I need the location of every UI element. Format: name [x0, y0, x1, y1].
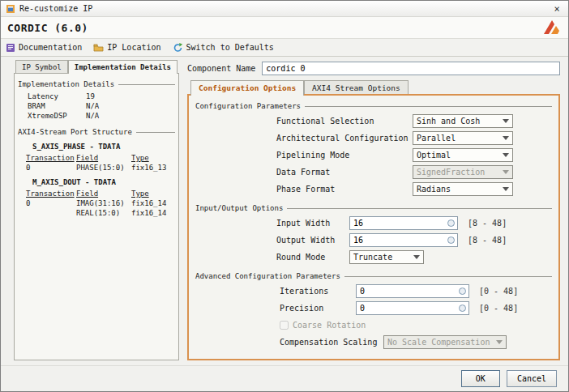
chevron-down-icon: [503, 119, 509, 123]
compensation-scaling-select: No Scale Compensation: [383, 335, 507, 349]
precision-field: [356, 301, 469, 315]
tab-implementation-details[interactable]: Implementation Details: [68, 60, 178, 74]
functional-selection-row: Functional Selection Sinh and Cosh: [276, 114, 552, 128]
phase-format-select[interactable]: Radians: [413, 182, 513, 196]
table-cell: REAL(15:0): [76, 209, 131, 217]
col-field: Field: [76, 190, 131, 198]
impl-row-xtremedsp: XtremeDSP N/A: [28, 112, 175, 120]
output-width-range: [8 - 48]: [468, 236, 507, 245]
coarse-rotation-label: Coarse Rotation: [293, 321, 366, 330]
compensation-scaling-row: Compensation Scaling No Scale Compensati…: [280, 335, 552, 349]
component-name-label: Component Name: [187, 64, 255, 73]
left-panel: IP Symbol Implementation Details Impleme…: [14, 60, 179, 360]
input-width-range: [8 - 48]: [468, 219, 507, 228]
port-title-m-axis-dout: M_AXIS_DOUT - TDATA: [32, 178, 175, 186]
input-width-row: Input Width [8 - 48]: [276, 216, 552, 230]
axi4-heading: AXI4-Stream Port Structure: [18, 128, 175, 136]
pipelining-mode-select[interactable]: Optimal: [413, 148, 513, 162]
col-transaction: Transaction: [26, 190, 76, 198]
input-width-field: [349, 216, 458, 230]
chevron-down-icon: [503, 170, 509, 174]
s-axis-phase-table: Transaction Field Type 0 PHASE(15:0) fix…: [26, 154, 175, 172]
cancel-button[interactable]: Cancel: [507, 370, 557, 387]
ip-location-button[interactable]: IP Location: [93, 43, 160, 53]
impl-row-bram: BRAM N/A: [28, 102, 175, 110]
output-width-row: Output Width [8 - 48]: [276, 233, 552, 247]
implementation-details-panel: Implementation Details Latency 19 BRAM N…: [14, 73, 179, 360]
left-tabs: IP Symbol Implementation Details: [14, 60, 179, 73]
recustomize-ip-dialog: Re-customize IP × CORDIC (6.0) Documenta…: [0, 0, 569, 392]
coarse-rotation-row: Coarse Rotation: [280, 321, 552, 330]
table-cell: 0: [26, 164, 76, 172]
documentation-book-icon: [6, 43, 15, 53]
table-cell: PHASE(15:0): [76, 164, 131, 172]
table-cell: fix16_14: [131, 199, 173, 207]
iterations-range: [0 - 48]: [479, 287, 518, 296]
coarse-rotation-checkbox[interactable]: [280, 321, 289, 330]
switch-to-defaults-button[interactable]: Switch to Defaults: [173, 42, 274, 53]
col-field: Field: [76, 154, 131, 162]
documentation-button[interactable]: Documentation: [6, 43, 82, 53]
tab-configuration-options[interactable]: Configuration Options: [190, 80, 304, 96]
switch-to-defaults-label: Switch to Defaults: [186, 43, 274, 52]
phase-format-row: Phase Format Radians: [276, 182, 552, 196]
documentation-label: Documentation: [19, 43, 82, 52]
right-panel: Component Name Configuration Options AXI…: [187, 60, 560, 360]
component-name-row: Component Name: [187, 60, 560, 76]
ip-location-label: IP Location: [107, 43, 160, 52]
round-mode-row: Round Mode Truncate: [276, 250, 552, 264]
right-tabs: Configuration Options AXI4 Stream Option…: [187, 80, 560, 94]
dialog-icon: [6, 4, 15, 14]
architectural-configuration-select[interactable]: Parallel: [413, 131, 513, 145]
functional-selection-select[interactable]: Sinh and Cosh: [413, 114, 513, 128]
configuration-parameters-section: Configuration Parameters Functional Sele…: [195, 102, 552, 196]
input-width-input[interactable]: [353, 219, 447, 228]
table-cell: IMAG(31:16): [76, 199, 131, 207]
output-width-input[interactable]: [353, 236, 447, 245]
component-name-input[interactable]: [262, 62, 560, 75]
refresh-arrows-icon: [173, 42, 183, 53]
close-icon[interactable]: ×: [550, 2, 563, 15]
io-options-section: Input/Output Options Input Width [8 - 48…: [195, 204, 552, 264]
dialog-body: IP Symbol Implementation Details Impleme…: [1, 57, 568, 365]
precision-input[interactable]: [359, 304, 459, 313]
table-cell: 0: [26, 199, 76, 207]
chevron-down-icon: [503, 153, 509, 157]
tab-ip-symbol[interactable]: IP Symbol: [15, 60, 68, 73]
ok-button[interactable]: OK: [461, 370, 500, 387]
iterations-row: Iterations [0 - 48]: [280, 284, 552, 298]
configuration-parameters-heading: Configuration Parameters: [195, 102, 552, 110]
col-transaction: Transaction: [26, 154, 76, 162]
impl-row-latency: Latency 19: [28, 92, 175, 100]
window-title: Re-customize IP: [19, 4, 92, 13]
advanced-configuration-section: Advanced Configuration Parameters Iterat…: [195, 272, 552, 349]
chevron-down-icon: [503, 136, 509, 140]
pipelining-mode-row: Pipelining Mode Optimal: [276, 148, 552, 162]
folder-icon: [93, 43, 104, 53]
xilinx-logo: [541, 18, 562, 37]
implementation-details-heading: Implementation Details: [18, 80, 175, 88]
iterations-field: [356, 284, 469, 298]
table-cell: fix16_14: [131, 209, 173, 217]
toolbar: Documentation IP Location Switch to Defa…: [1, 39, 568, 57]
architectural-configuration-row: Architectural Configuration Parallel: [276, 131, 552, 145]
chevron-down-icon: [413, 255, 420, 259]
output-width-field: [349, 233, 458, 247]
tab-axi4-stream-options[interactable]: AXI4 Stream Options: [304, 80, 409, 94]
col-type: Type: [131, 190, 173, 198]
iterations-input[interactable]: [359, 287, 459, 296]
col-type: Type: [131, 154, 173, 162]
table-cell: [26, 209, 76, 217]
advanced-configuration-heading: Advanced Configuration Parameters: [195, 272, 552, 280]
table-cell: fix16_13: [131, 164, 173, 172]
chevron-down-icon: [496, 340, 503, 344]
ip-title: CORDIC (6.0): [7, 22, 88, 34]
configuration-options-panel: Configuration Parameters Functional Sele…: [187, 94, 560, 360]
default-value-indicator-icon: [459, 288, 466, 295]
port-title-s-axis-phase: S_AXIS_PHASE - TDATA: [32, 143, 175, 151]
m-axis-dout-table: Transaction Field Type 0 IMAG(31:16) fix…: [26, 190, 175, 217]
io-options-heading: Input/Output Options: [195, 204, 552, 212]
data-format-select: SignedFraction: [413, 165, 513, 179]
titlebar: Re-customize IP ×: [1, 1, 568, 17]
round-mode-select[interactable]: Truncate: [349, 250, 424, 264]
